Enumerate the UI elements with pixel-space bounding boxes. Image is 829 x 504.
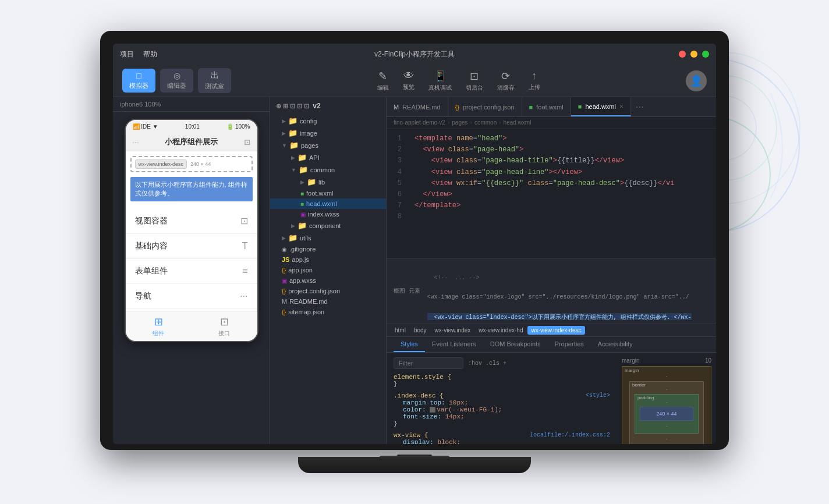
filetree-header: ⊕ ⊞ ⊡ ⊡ ⊡ v2 [270, 97, 386, 115]
css-prop: display: [394, 439, 434, 444]
styles-panel: :hov .cls + element.style { } .index-des [387, 353, 716, 444]
tree-project-config[interactable]: {} project.config.json [270, 286, 386, 296]
color-swatch [430, 407, 435, 413]
tag-wx-view-index-desc[interactable]: wx-view.index-desc [527, 326, 584, 335]
action-background[interactable]: ⊡ 切后台 [466, 70, 483, 92]
line-num: 7 [395, 200, 402, 211]
main-content: iphone6 100% 📶 IDE ▼ 10:01 🔋 100% [113, 97, 716, 444]
tree-app-js[interactable]: JS app.js [270, 254, 386, 265]
tree-config[interactable]: ▶ 📁 config [270, 115, 386, 127]
box-model: margin 10 margin - border - [617, 353, 716, 444]
preview-header: iphone6 100% [113, 97, 270, 112]
tab-close-icon[interactable]: × [619, 102, 623, 111]
tag-wx-view-index[interactable]: wx-view.index [431, 326, 474, 335]
phone-nav-more[interactable]: ⊡ [244, 138, 250, 147]
tree-pages[interactable]: ▼ 📁 pages [270, 139, 386, 151]
tab-simulator[interactable]: □ 模拟器 [122, 69, 155, 93]
tree-gitignore[interactable]: ◉ .gitignore [270, 244, 386, 254]
folder-icon: 📁 [307, 178, 316, 186]
tab-label: head.wxml [585, 103, 616, 110]
menu-item-0[interactable]: 视图容器 ⊡ [126, 208, 257, 234]
css-source: localfile:/.index.css:2 [530, 432, 610, 439]
tree-label: project.config.json [288, 288, 340, 294]
filter-input[interactable] [394, 357, 463, 369]
tab-project-config[interactable]: {} project.config.json [448, 97, 522, 116]
tab-more[interactable]: ··· [631, 97, 648, 116]
user-avatar[interactable]: 👤 [686, 70, 707, 91]
action-edit[interactable]: ✎ 编辑 [377, 70, 389, 92]
tree-component[interactable]: ▶ 📁 component [270, 219, 386, 232]
menu-item-help[interactable]: 帮助 [143, 49, 157, 59]
laptop: 项目 帮助 v2-FinClip小程序开发工具 □ 模拟器 [100, 31, 729, 473]
folder-icon: 📁 [297, 221, 307, 230]
devtools-tab-dom-breakpoints[interactable]: DOM Breakpoints [483, 337, 548, 352]
tab-test[interactable]: 出 测试室 [198, 68, 231, 93]
code-line-6: </view> [414, 189, 709, 200]
tree-head-wxml[interactable]: ■ head.wxml [270, 198, 386, 209]
laptop-base [298, 457, 531, 473]
tree-app-json[interactable]: {} app.json [270, 265, 386, 275]
css-prop: color: [394, 406, 426, 413]
menu-item-1[interactable]: 基础内容 T [126, 234, 257, 259]
tab-readme[interactable]: M README.md [387, 97, 448, 116]
tree-label: config [300, 118, 317, 125]
action-preview[interactable]: 👁 预览 [403, 70, 414, 91]
tree-sitemap[interactable]: {} sitemap.json [270, 307, 386, 317]
css-prop: font-size: [394, 413, 441, 420]
devtools-tab-styles[interactable]: Styles [394, 337, 425, 352]
action-clear-cache[interactable]: ⟳ 清缓存 [497, 70, 515, 92]
breadcrumb-part-0: fino-applet-demo-v2 [394, 119, 445, 126]
tree-api[interactable]: ▶ 📁 API [270, 151, 386, 164]
code-content[interactable]: <template name="head"> <view class="page… [408, 129, 716, 258]
sep: › [499, 119, 501, 126]
tree-index-wxss[interactable]: ▣ index.wxss [270, 209, 386, 219]
minimize-button[interactable] [690, 51, 697, 58]
menu-item-project[interactable]: 项目 [120, 49, 134, 59]
line-num: 6 [395, 189, 402, 200]
maximize-button[interactable] [702, 51, 709, 58]
simulator-icon: □ [136, 71, 141, 80]
tab-head-wxml[interactable]: ■ head.wxml × [571, 97, 631, 116]
menu-item-label-3: 导航 [135, 291, 151, 301]
tree-common[interactable]: ▼ 📁 common [270, 164, 386, 176]
css-brace: } [394, 381, 398, 388]
tag-wx-view-index-hd[interactable]: wx-view.index-hd [475, 326, 526, 335]
phone-mockup: 📶 IDE ▼ 10:01 🔋 100% ··· 小程序组件展示 ⊡ [125, 119, 258, 342]
tag-body[interactable]: body [410, 326, 430, 335]
menu-item-3[interactable]: 导航 ··· [126, 284, 257, 309]
pseudo-filter[interactable]: :hov .cls + [468, 360, 506, 367]
tree-label: app.js [292, 256, 309, 263]
devtools-tab-properties[interactable]: Properties [548, 337, 591, 352]
border-bottom: - [635, 436, 699, 441]
padding-text: padding [637, 395, 654, 400]
tree-readme[interactable]: M README.md [270, 296, 386, 307]
preview-icon: 👁 [403, 70, 414, 82]
highlight-label: wx-view.index-desc [135, 159, 187, 169]
devtools-tab-event-listeners[interactable]: Event Listeners [425, 337, 483, 352]
phone-menu-items: 视图容器 ⊡ 基础内容 T 表单组件 ≡ [126, 206, 257, 311]
tab-editor[interactable]: ◎ 编辑器 [160, 69, 193, 93]
menu-item-2[interactable]: 表单组件 ≡ [126, 259, 257, 284]
wxss-icon: ▣ [282, 278, 287, 284]
tree-app-wxss[interactable]: ▣ app.wxss [270, 275, 386, 286]
tab-foot-wxml[interactable]: ■ foot.wxml [522, 97, 571, 116]
bottom-nav-components[interactable]: ⊞ 组件 [126, 315, 192, 338]
api-icon: ⊡ [220, 315, 229, 328]
action-device-debug[interactable]: 📱 真机调试 [428, 70, 452, 92]
menu-item-label-2: 表单组件 [135, 266, 168, 276]
tree-lib[interactable]: ▶ 📁 lib [270, 176, 386, 188]
tree-image[interactable]: ▶ 📁 image [270, 127, 386, 139]
arrow-icon: ▶ [282, 118, 286, 124]
bottom-nav-api[interactable]: ⊡ 接口 [192, 315, 257, 338]
json-icon: {} [282, 267, 286, 274]
devtools-tab-accessibility[interactable]: Accessibility [591, 337, 640, 352]
action-upload[interactable]: ↑ 上传 [529, 70, 540, 91]
margin-label: margin [622, 357, 640, 364]
tree-foot-wxml[interactable]: ■ foot.wxml [270, 188, 386, 198]
padding-area: padding - 240 × 44 - [635, 394, 699, 434]
tree-utils[interactable]: ▶ 📁 utils [270, 232, 386, 244]
close-button[interactable] [679, 51, 686, 58]
box-model-labels: margin 10 [622, 357, 711, 364]
box-model-diagram: margin - border - padding - 240 × 44 [622, 366, 711, 444]
tag-html[interactable]: html [391, 326, 409, 335]
